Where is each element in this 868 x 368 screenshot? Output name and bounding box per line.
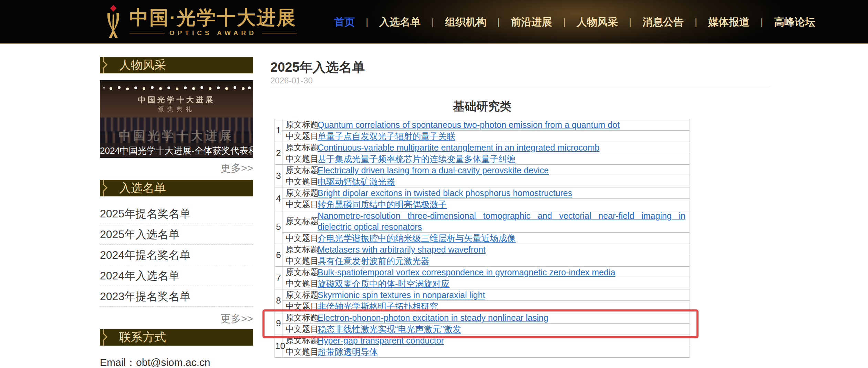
entry-link-chinese-6[interactable]: 具有任意发射波前的元激光器: [318, 256, 430, 266]
cell-chinese-title: 具有任意发射波前的元激光器: [314, 255, 690, 267]
entry-link-chinese-4[interactable]: 转角黑磷同质结中的明亮偶极激子: [318, 200, 447, 209]
sidebar-list-item-1[interactable]: 2025年入选名单: [100, 224, 253, 245]
nav-item-2[interactable]: 组织机构: [442, 13, 490, 31]
cell-chinese-title: 非傍轴光学斯格明子拓扑相研究: [314, 301, 690, 312]
nav-item-7[interactable]: 高峰论坛: [771, 13, 819, 31]
label-original-title: 原文标题: [282, 289, 314, 301]
entry-link-original-3[interactable]: Electrically driven lasing from a dual-c…: [318, 165, 549, 175]
logo-text: 中国·光学十大进展 OPTICS AWARD: [130, 7, 297, 37]
site-logo[interactable]: 中国·光学十大进展 OPTICS AWARD: [103, 4, 297, 40]
entry-link-chinese-1[interactable]: 单量子点自发双光子辐射的量子关联: [318, 131, 455, 141]
chevron-right-icon: [100, 184, 107, 191]
label-chinese-title: 中文题目: [282, 278, 314, 289]
photo-backdrop-title: 中国光学十大进展: [100, 95, 253, 105]
nav-separator: |: [687, 17, 705, 28]
entry-link-original-4[interactable]: Bright dipolar excitons in twisted black…: [318, 188, 572, 198]
entry-link-chinese-10[interactable]: 超带隙透明导体: [318, 347, 378, 357]
logo-title: 中国·光学十大进展: [130, 7, 297, 28]
category-heading: 基础研究类: [275, 99, 690, 114]
stage-lights-decoration: [103, 87, 105, 89]
label-original-title: 原文标题: [282, 312, 314, 324]
entry-number-3: 3: [275, 165, 282, 187]
label-chinese-title: 中文题目: [282, 233, 314, 244]
sidebar-list-item-0[interactable]: 2025年提名奖名单: [100, 203, 253, 224]
logo-subtitle-row: OPTICS AWARD: [130, 29, 297, 37]
nav-item-5[interactable]: 消息公告: [639, 13, 687, 31]
cell-original-title: Bright dipolar excitons in twisted black…: [314, 187, 690, 199]
entries-table: 1原文标题Quantum correlations of spontaneous…: [275, 119, 690, 358]
nav-separator: |: [556, 17, 573, 28]
label-chinese-title: 中文题目: [282, 131, 314, 142]
entry-row-chinese-3: 中文题目电驱动钙钛矿激光器: [275, 176, 690, 187]
email-value: obt@siom.ac.cn: [136, 357, 210, 368]
entry-row-chinese-2: 中文题目基于集成光量子频率梳芯片的连续变量多体量子纠缠: [275, 153, 690, 165]
cell-original-title: Skyrmionic spin textures in nonparaxial …: [314, 289, 690, 301]
chevron-right-icon: [100, 333, 107, 340]
entry-row-chinese-9: 中文题目稳态非线性激光实现“电光声激元”激发: [275, 324, 690, 335]
cell-chinese-title: 单量子点自发双光子辐射的量子关联: [314, 131, 690, 142]
sidebar-list-item-4[interactable]: 2023年提名奖名单: [100, 286, 253, 307]
entry-link-chinese-7[interactable]: 旋磁双零介质中的体-时空涡旋对应: [318, 279, 450, 288]
entry-number-10: 10: [275, 335, 282, 358]
ceremony-photo[interactable]: 中国光学十大进展 颁奖典礼 中国光学十大进展 2024中国光学十大进展-全体获奖…: [100, 80, 253, 158]
entry-row-original-2: 2原文标题Continuous-variable multipartite en…: [275, 142, 690, 153]
chevron-right-icon: [100, 61, 107, 68]
entry-number-7: 7: [275, 267, 282, 289]
entry-row-original-8: 8原文标题Skyrmionic spin textures in nonpara…: [275, 289, 690, 301]
nav-item-6[interactable]: 媒体报道: [705, 13, 753, 31]
nav-separator: |: [358, 17, 376, 28]
nav-item-0[interactable]: 首页: [331, 13, 358, 31]
entry-row-original-5: 5原文标题Nanometre-resolution three-dimensio…: [275, 210, 690, 233]
label-chinese-title: 中文题目: [282, 324, 314, 335]
entry-link-original-9[interactable]: Electron-phonon-photon excitation in ste…: [318, 313, 548, 323]
logo-line-right: [262, 33, 297, 33]
entry-link-original-2[interactable]: Continuous-variable multipartite entangl…: [318, 143, 600, 152]
more-link-lists[interactable]: 更多>>: [100, 312, 253, 326]
cell-original-title: Hyper-gap transparent conductor: [314, 335, 690, 346]
entry-row-original-7: 7原文标题Bulk-spatiotemporal vortex correspo…: [275, 267, 690, 278]
entry-link-original-8[interactable]: Skyrmionic spin textures in nonparaxial …: [318, 290, 485, 300]
entry-row-chinese-10: 中文题目超带隙透明导体: [275, 346, 690, 358]
entry-link-chinese-5[interactable]: 介电光学谐振腔中的纳米级三维层析与矢量近场成像: [318, 233, 516, 243]
sidebar-header-people-label: 人物风采: [119, 57, 166, 73]
cell-chinese-title: 介电光学谐振腔中的纳米级三维层析与矢量近场成像: [314, 233, 690, 244]
entry-link-chinese-9[interactable]: 稳态非线性激光实现“电光声激元”激发: [318, 324, 461, 334]
nav-separator: |: [621, 17, 639, 28]
nav-item-4[interactable]: 人物风采: [573, 13, 621, 31]
label-original-title: 原文标题: [282, 142, 314, 153]
nav-item-1[interactable]: 入选名单: [376, 13, 424, 31]
nav-separator: |: [424, 17, 442, 28]
entry-link-original-7[interactable]: Bulk-spatiotemporal vortex correspondenc…: [318, 267, 615, 277]
sidebar-list-item-2[interactable]: 2024年提名奖名单: [100, 245, 253, 265]
sidebar-list-item-3[interactable]: 2024年入选名单: [100, 265, 253, 286]
label-chinese-title: 中文题目: [282, 301, 314, 312]
entry-link-chinese-8[interactable]: 非傍轴光学斯格明子拓扑相研究: [318, 301, 438, 311]
page-title: 2025年入选名单: [270, 59, 365, 76]
entry-link-original-5[interactable]: Nanometre-resolution three-dimensional t…: [318, 211, 685, 232]
entry-number-4: 4: [275, 187, 282, 210]
entry-row-chinese-6: 中文题目具有任意发射波前的元激光器: [275, 255, 690, 267]
more-link-people[interactable]: 更多>>: [100, 161, 253, 175]
label-original-title: 原文标题: [282, 267, 314, 278]
logo-subtitle: OPTICS AWARD: [165, 29, 262, 37]
entry-row-chinese-1: 中文题目单量子点自发双光子辐射的量子关联: [275, 131, 690, 142]
cell-original-title: Electrically driven lasing from a dual-c…: [314, 165, 690, 176]
label-original-title: 原文标题: [282, 335, 314, 346]
entry-row-original-10: 10原文标题Hyper-gap transparent conductor: [275, 335, 690, 346]
label-original-title: 原文标题: [282, 119, 314, 131]
photo-backdrop-subtitle: 颁奖典礼: [100, 105, 253, 113]
entry-number-1: 1: [275, 119, 282, 142]
entry-link-chinese-3[interactable]: 电驱动钙钛矿激光器: [318, 177, 395, 186]
entry-number-6: 6: [275, 244, 282, 267]
sidebar-header-people: 人物风采: [100, 57, 253, 73]
entry-link-original-1[interactable]: Quantum correlations of spontaneous two-…: [318, 120, 620, 130]
nav-item-3[interactable]: 前沿进展: [507, 13, 556, 31]
entry-link-original-6[interactable]: Metalasers with arbitrarily shaped wavef…: [318, 245, 486, 254]
label-chinese-title: 中文题目: [282, 199, 314, 210]
email-label: Email：: [100, 357, 136, 368]
cell-original-title: Nanometre-resolution three-dimensional t…: [314, 210, 690, 233]
contact-email: Email：obt@siom.ac.cn: [100, 356, 253, 368]
entry-link-chinese-2[interactable]: 基于集成光量子频率梳芯片的连续变量多体量子纠缠: [318, 154, 516, 164]
photo-caption: 2024中国光学十大进展-全体获奖代表和颁奖嘉宾合影: [100, 143, 253, 158]
entry-link-original-10[interactable]: Hyper-gap transparent conductor: [318, 336, 444, 345]
